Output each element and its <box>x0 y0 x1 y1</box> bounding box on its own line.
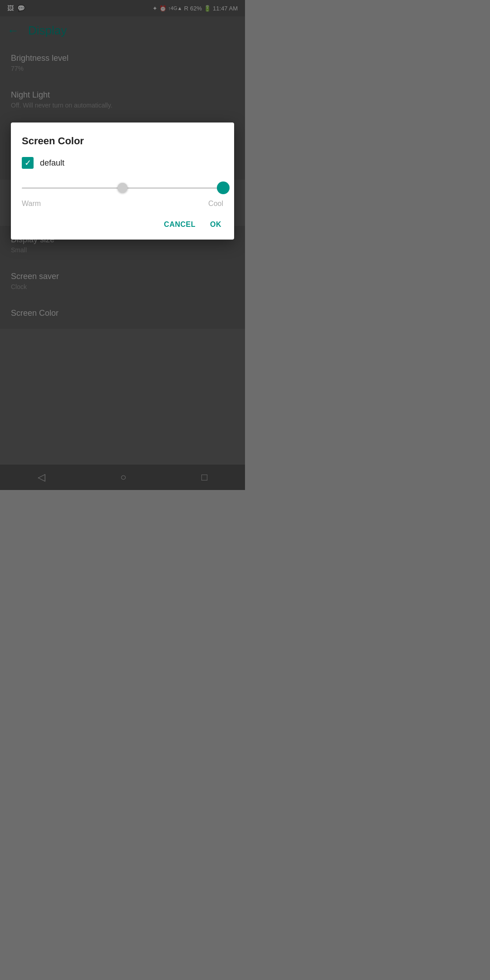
checkbox-label: default <box>40 158 64 168</box>
slider-labels: Warm Cool <box>22 200 223 208</box>
slider-end-circle <box>217 181 230 194</box>
warm-label: Warm <box>22 200 41 208</box>
check-icon: ✓ <box>24 159 31 167</box>
ok-button[interactable]: OK <box>208 219 223 230</box>
screen-color-dialog: Screen Color ✓ default Warm Cool CANCEL … <box>11 122 234 240</box>
slider-thumb <box>118 183 127 193</box>
dialog-checkbox-row: ✓ default <box>22 157 223 169</box>
dialog-overlay <box>0 0 245 490</box>
slider-track <box>22 187 223 189</box>
cancel-button[interactable]: CANCEL <box>162 219 197 230</box>
dialog-actions: CANCEL OK <box>22 219 223 230</box>
color-temperature-slider[interactable] <box>22 180 223 196</box>
cool-label: Cool <box>208 200 223 208</box>
dialog-title: Screen Color <box>22 135 223 147</box>
default-checkbox[interactable]: ✓ <box>22 157 34 169</box>
